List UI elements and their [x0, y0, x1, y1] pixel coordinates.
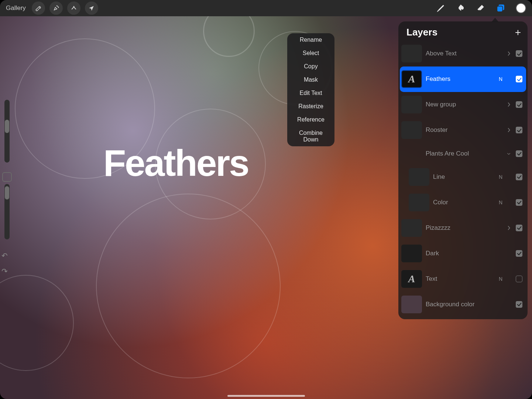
layer-blend-label[interactable]: N	[498, 76, 502, 82]
layer-name-label: Line	[433, 173, 494, 181]
brush-size-slider[interactable]	[4, 100, 10, 163]
transform-tool-button[interactable]	[85, 1, 98, 15]
home-indicator	[227, 395, 305, 397]
layer-thumbnail	[401, 45, 422, 62]
layer-visibility-checkbox[interactable]	[516, 225, 522, 231]
layers-tool-button[interactable]	[496, 3, 505, 13]
layer-visibility-checkbox[interactable]	[516, 276, 522, 282]
ctx-reference[interactable]: Reference	[287, 113, 334, 126]
layer-thumbnail	[401, 121, 422, 139]
layer-name-label: Color	[433, 199, 494, 206]
layers-list: Above TextAFeathersNNew groupRoosterPlan…	[398, 41, 528, 319]
ctx-rename[interactable]: Rename	[287, 33, 334, 47]
toolbar-left-group: Gallery	[6, 1, 98, 15]
add-layer-button[interactable]: +	[515, 28, 521, 37]
layer-visibility-checkbox[interactable]	[516, 150, 522, 157]
layer-thumbnail	[401, 219, 422, 237]
layer-visibility-checkbox[interactable]	[516, 301, 522, 308]
layer-row[interactable]: Pizazzzz	[400, 215, 526, 241]
layer-row[interactable]: ColorN	[400, 190, 526, 215]
layer-name-label: Rooster	[426, 126, 494, 134]
chevron-right-icon[interactable]	[506, 225, 511, 231]
layer-name-label: Text	[426, 275, 494, 283]
ctx-mask[interactable]: Mask	[287, 73, 334, 86]
layer-visibility-checkbox[interactable]	[516, 50, 522, 57]
layer-name-label: Feathers	[426, 75, 494, 83]
layer-row[interactable]: ATextN	[400, 266, 526, 291]
ctx-copy[interactable]: Copy	[287, 60, 334, 73]
ctx-rasterize[interactable]: Rasterize	[287, 100, 334, 113]
layer-visibility-checkbox[interactable]	[516, 199, 522, 206]
layer-name-label: Above Text	[426, 50, 494, 57]
layer-row[interactable]: Background color	[400, 291, 526, 317]
layer-blend-label[interactable]: N	[498, 174, 502, 180]
top-toolbar: Gallery	[0, 0, 532, 16]
layer-thumbnail	[401, 296, 422, 313]
ctx-select[interactable]: Select	[287, 47, 334, 60]
brush-opacity-slider[interactable]	[4, 184, 10, 239]
layer-thumbnail	[401, 96, 422, 113]
layer-row[interactable]: LineN	[400, 164, 526, 190]
layers-panel-title: Layers	[406, 27, 437, 38]
gallery-button[interactable]: Gallery	[6, 4, 27, 12]
layer-thumbnail: A	[401, 70, 422, 88]
eraser-tool-button[interactable]	[476, 3, 485, 13]
layer-blend-label[interactable]: N	[498, 276, 502, 282]
smudge-tool-button[interactable]	[456, 3, 466, 13]
layer-row[interactable]: AFeathersN	[400, 66, 526, 92]
layer-visibility-checkbox[interactable]	[516, 250, 522, 257]
layer-name-label: Background color	[426, 301, 494, 308]
toolbar-right-group	[436, 3, 526, 13]
ctx-edit-text[interactable]: Edit Text	[287, 86, 334, 100]
layer-visibility-checkbox[interactable]	[516, 101, 522, 108]
layer-thumbnail	[409, 194, 429, 211]
ctx-combine-down[interactable]: Combine Down	[287, 126, 334, 146]
layer-visibility-checkbox[interactable]	[516, 76, 522, 82]
layer-thumbnail	[409, 168, 429, 186]
layer-name-label: Dark	[426, 250, 494, 257]
side-slider-strip	[0, 100, 14, 247]
actions-tool-button[interactable]	[32, 1, 45, 15]
adjustments-tool-button[interactable]	[49, 1, 63, 15]
layer-name-label: Pizazzzz	[426, 224, 494, 232]
chevron-right-icon[interactable]	[506, 102, 511, 107]
layer-visibility-checkbox[interactable]	[516, 127, 522, 133]
chevron-down-icon[interactable]	[506, 151, 511, 156]
selection-tool-button[interactable]	[67, 1, 80, 15]
svg-rect-1	[497, 6, 502, 12]
layer-context-menu: Rename Select Copy Mask Edit Text Raster…	[287, 33, 334, 146]
layer-thumbnail: A	[401, 270, 422, 288]
undo-button[interactable]: ↶	[1, 251, 8, 260]
layers-panel-pointer	[491, 18, 499, 22]
layer-name-label: New group	[426, 101, 494, 108]
layer-row[interactable]: Dark	[400, 241, 526, 266]
canvas-text-overlay: Feathers	[103, 142, 248, 184]
modify-button[interactable]	[2, 172, 12, 182]
layer-thumbnail	[401, 245, 422, 262]
brush-tool-button[interactable]	[436, 3, 446, 13]
layer-visibility-checkbox[interactable]	[516, 174, 522, 180]
layer-row[interactable]: New group	[400, 92, 526, 117]
layers-panel: Layers + Above TextAFeathersNNew groupRo…	[398, 21, 528, 319]
color-swatch-button[interactable]	[516, 3, 526, 13]
layers-panel-header: Layers +	[398, 21, 528, 41]
layer-row[interactable]: Plants Are Cool	[400, 143, 526, 164]
layer-name-label: Plants Are Cool	[426, 150, 494, 157]
undo-redo-group: ↶ ↷	[1, 251, 8, 276]
redo-button[interactable]: ↷	[1, 267, 8, 276]
layer-row[interactable]: Rooster	[400, 117, 526, 143]
layer-blend-label[interactable]: N	[498, 200, 502, 205]
chevron-right-icon[interactable]	[506, 127, 511, 133]
chevron-right-icon[interactable]	[506, 51, 511, 56]
layer-row[interactable]: Above Text	[400, 41, 526, 66]
